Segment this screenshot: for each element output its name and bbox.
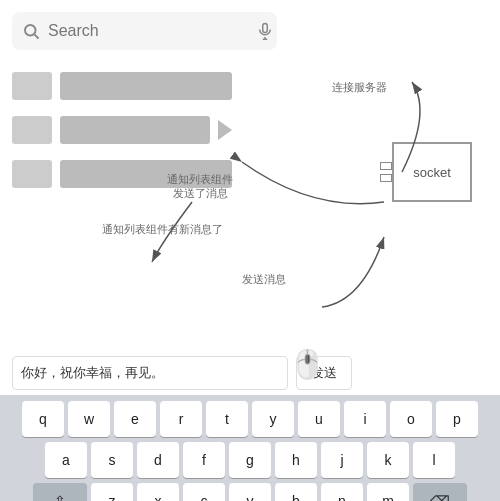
list-item — [12, 72, 232, 100]
key-t[interactable]: t — [206, 401, 248, 437]
socket-box: socket — [392, 142, 472, 202]
search-icon — [22, 22, 40, 40]
key-i[interactable]: i — [344, 401, 386, 437]
key-l[interactable]: l — [413, 442, 455, 478]
label-connect: 连接服务器 — [332, 80, 387, 94]
key-q[interactable]: q — [22, 401, 64, 437]
search-bar[interactable] — [12, 12, 277, 50]
hand-cursor-icon: 🖱️ — [290, 348, 325, 381]
key-k[interactable]: k — [367, 442, 409, 478]
key-r[interactable]: r — [160, 401, 202, 437]
label-send: 发送消息 — [242, 272, 286, 286]
search-input[interactable] — [48, 22, 248, 40]
item-icon — [12, 116, 52, 144]
svg-rect-2 — [263, 24, 268, 33]
key-m[interactable]: m — [367, 483, 409, 501]
key-g[interactable]: g — [229, 442, 271, 478]
key-y[interactable]: y — [252, 401, 294, 437]
key-s[interactable]: s — [91, 442, 133, 478]
backspace-key[interactable]: ⌫ — [413, 483, 467, 501]
item-bar — [60, 72, 232, 100]
keyboard-row-3: ⇧ z x c v b n m ⌫ — [4, 483, 496, 501]
svg-point-0 — [25, 25, 36, 36]
key-u[interactable]: u — [298, 401, 340, 437]
key-z[interactable]: z — [91, 483, 133, 501]
key-x[interactable]: x — [137, 483, 179, 501]
key-e[interactable]: e — [114, 401, 156, 437]
label-notify: 通知列表组件发送了消息 — [167, 172, 233, 201]
connector — [380, 174, 392, 182]
item-icon — [12, 160, 52, 188]
item-icon — [12, 72, 52, 100]
item-bar — [60, 116, 210, 144]
message-input[interactable] — [12, 356, 288, 390]
key-c[interactable]: c — [183, 483, 225, 501]
keyboard-row-1: q w e r t y u i o p — [4, 401, 496, 437]
key-a[interactable]: a — [45, 442, 87, 478]
connector — [380, 162, 392, 170]
shift-key[interactable]: ⇧ — [33, 483, 87, 501]
key-w[interactable]: w — [68, 401, 110, 437]
list-item — [12, 116, 232, 144]
key-d[interactable]: d — [137, 442, 179, 478]
key-j[interactable]: j — [321, 442, 363, 478]
keyboard-row-2: a s d f g h j k l — [4, 442, 496, 478]
socket-connectors — [380, 162, 392, 182]
diagram-area: socket 连接服务器 通知列表组件发送了消息 通知列表组件有新消息了 发送消… — [12, 62, 492, 352]
key-h[interactable]: h — [275, 442, 317, 478]
item-arrow — [218, 120, 232, 140]
keyboard: q w e r t y u i o p a s d f g h j k l ⇧ … — [0, 395, 500, 501]
key-f[interactable]: f — [183, 442, 225, 478]
key-p[interactable]: p — [436, 401, 478, 437]
key-n[interactable]: n — [321, 483, 363, 501]
label-notify2: 通知列表组件有新消息了 — [102, 222, 223, 236]
key-o[interactable]: o — [390, 401, 432, 437]
mic-icon[interactable] — [256, 22, 274, 40]
svg-line-1 — [34, 34, 38, 38]
socket-label: socket — [413, 165, 451, 180]
key-v[interactable]: v — [229, 483, 271, 501]
key-b[interactable]: b — [275, 483, 317, 501]
